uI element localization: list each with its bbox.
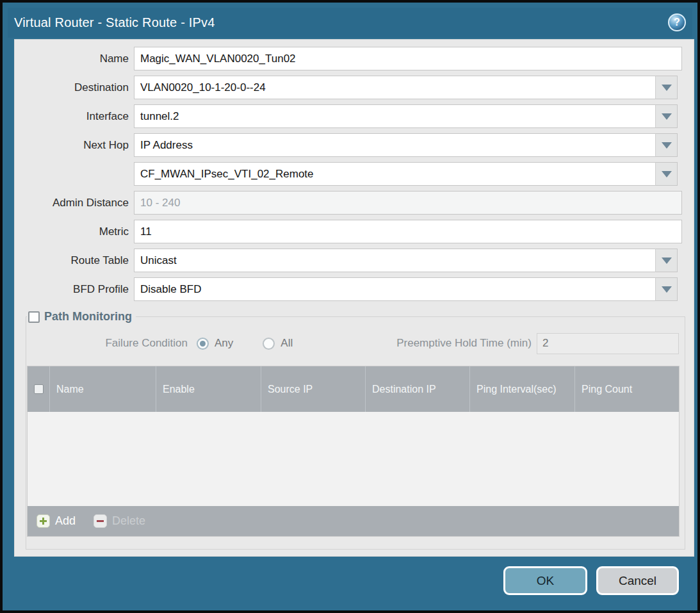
- form-row-name: Name: [15, 47, 694, 70]
- delete-button-label: Delete: [112, 514, 145, 528]
- path-monitoring-checkbox[interactable]: [28, 311, 40, 323]
- failure-condition-any-label: Any: [215, 337, 233, 350]
- name-input[interactable]: [134, 47, 682, 70]
- form-row-route-table: Route Table: [15, 249, 694, 272]
- header-enable: Enable: [156, 366, 261, 412]
- table-header-row: Name Enable Source IP Destination IP Pin…: [28, 366, 679, 412]
- bfd-profile-label: BFD Profile: [15, 283, 134, 296]
- form-row-metric: Metric: [15, 220, 694, 243]
- destination-label: Destination: [15, 81, 134, 94]
- minus-icon: [94, 514, 107, 528]
- route-table-input[interactable]: [134, 249, 656, 272]
- plus-icon: [37, 514, 50, 528]
- dialog-titlebar: Virtual Router - Static Route - IPv4 ?: [8, 8, 692, 38]
- preemptive-hold-time-input[interactable]: [537, 333, 679, 354]
- bfd-profile-dropdown-button[interactable]: [656, 277, 678, 301]
- header-source-ip: Source IP: [261, 366, 365, 412]
- dialog-content: Name Destination Interface: [14, 39, 694, 557]
- interface-dropdown-button[interactable]: [656, 104, 678, 128]
- preemptive-hold-time-label: Preemptive Hold Time (min): [396, 337, 537, 350]
- form-row-interface: Interface: [15, 104, 694, 128]
- name-label: Name: [15, 53, 134, 65]
- next-hop-type-dropdown-button[interactable]: [656, 133, 678, 157]
- path-monitoring-section: Path Monitoring Failure Condition Any Al…: [26, 310, 685, 550]
- metric-label: Metric: [15, 225, 134, 238]
- ok-button[interactable]: OK: [503, 566, 587, 595]
- table-footer-bar: Add Delete: [28, 506, 679, 536]
- select-all-checkbox[interactable]: [34, 384, 44, 394]
- failure-condition-all-radio[interactable]: [263, 338, 275, 350]
- cancel-button[interactable]: Cancel: [596, 566, 679, 595]
- add-button[interactable]: Add: [37, 514, 76, 528]
- metric-input[interactable]: [134, 220, 682, 243]
- add-button-label: Add: [55, 514, 76, 528]
- interface-input[interactable]: [134, 104, 656, 128]
- table-body-empty: [28, 412, 679, 506]
- header-destination-ip: Destination IP: [365, 366, 469, 412]
- chevron-down-icon: [662, 171, 672, 177]
- path-monitoring-legend: Path Monitoring: [27, 310, 136, 323]
- form-row-bfd-profile: BFD Profile: [15, 277, 694, 301]
- bfd-profile-input[interactable]: [134, 277, 656, 301]
- path-monitoring-title: Path Monitoring: [44, 310, 132, 323]
- path-monitoring-table: Name Enable Source IP Destination IP Pin…: [27, 366, 680, 537]
- route-table-label: Route Table: [15, 254, 134, 267]
- next-hop-label: Next Hop: [15, 139, 134, 152]
- failure-condition-row: Failure Condition Any All Preemptive Hol…: [26, 332, 685, 355]
- next-hop-type-input[interactable]: [134, 133, 656, 157]
- destination-input[interactable]: [134, 76, 656, 99]
- admin-distance-input[interactable]: [134, 191, 682, 215]
- failure-condition-any-radio[interactable]: [197, 338, 209, 350]
- header-ping-interval: Ping Interval(sec): [469, 366, 574, 412]
- chevron-down-icon: [662, 85, 672, 91]
- destination-dropdown-button[interactable]: [656, 76, 678, 99]
- form-row-next-hop: Next Hop: [15, 133, 694, 157]
- chevron-down-icon: [662, 113, 672, 120]
- chevron-down-icon: [662, 257, 672, 264]
- route-table-dropdown-button[interactable]: [656, 249, 678, 272]
- next-hop-address-input[interactable]: [134, 162, 656, 186]
- chevron-down-icon: [662, 286, 672, 293]
- static-route-dialog: Virtual Router - Static Route - IPv4 ? N…: [0, 0, 700, 613]
- form-row-admin-distance: Admin Distance: [15, 191, 694, 215]
- help-icon[interactable]: ?: [668, 13, 686, 31]
- failure-condition-label: Failure Condition: [26, 337, 194, 350]
- next-hop-address-dropdown-button[interactable]: [656, 162, 678, 186]
- header-ping-count: Ping Count: [574, 366, 679, 412]
- dialog-title: Virtual Router - Static Route - IPv4: [8, 15, 215, 30]
- form-row-next-hop-address: [15, 162, 694, 186]
- header-name: Name: [49, 366, 156, 412]
- interface-label: Interface: [15, 110, 134, 123]
- chevron-down-icon: [662, 142, 672, 149]
- failure-condition-all-label: All: [281, 337, 293, 350]
- header-select-all-cell: [28, 366, 49, 412]
- form-row-destination: Destination: [15, 76, 694, 99]
- admin-distance-label: Admin Distance: [15, 197, 134, 209]
- delete-button[interactable]: Delete: [94, 514, 145, 528]
